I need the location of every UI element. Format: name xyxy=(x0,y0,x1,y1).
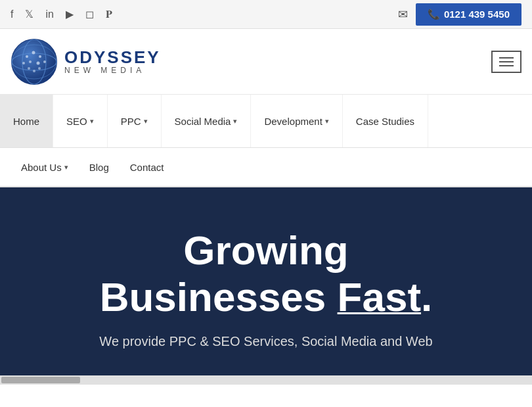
svg-point-13 xyxy=(38,67,41,70)
hero-businesses: Businesses xyxy=(100,274,338,320)
scroll-thumb[interactable] xyxy=(1,377,80,383)
nav-label-seo: SEO xyxy=(66,116,87,127)
svg-point-6 xyxy=(32,51,35,54)
top-bar: f 𝕏 in ▶ ◻ 𝐏 ✉ 📞 0121 439 5450 xyxy=(0,0,532,29)
hero-fast: Fast xyxy=(338,274,421,320)
sec-nav-label-blog: Blog xyxy=(89,162,109,173)
nav-label-case-studies: Case Studies xyxy=(356,116,414,127)
hero-section: Growing Businesses Fast. We provide PPC … xyxy=(0,187,532,375)
linkedin-icon[interactable]: in xyxy=(45,9,53,20)
main-navigation: Home SEO ▾ PPC ▾ Social Media ▾ Developm… xyxy=(0,95,532,148)
email-icon[interactable]: ✉ xyxy=(398,7,408,22)
hero-heading-line1: Growing xyxy=(183,227,348,273)
svg-point-11 xyxy=(43,60,46,63)
nav-label-development: Development xyxy=(264,116,322,127)
chevron-down-icon: ▾ xyxy=(233,117,237,126)
top-bar-right: ✉ 📞 0121 439 5450 xyxy=(398,3,521,26)
phone-number: 0121 439 5450 xyxy=(444,9,510,20)
hero-period: . xyxy=(421,274,432,320)
svg-point-7 xyxy=(39,55,41,58)
youtube-icon[interactable]: ▶ xyxy=(66,8,74,20)
chevron-down-icon: ▾ xyxy=(325,117,329,126)
logo-odyssey: ODYSSEY xyxy=(64,48,161,67)
sec-nav-label-about: About Us xyxy=(21,162,62,173)
hamburger-line-3 xyxy=(499,65,514,66)
chevron-down-icon: ▾ xyxy=(144,117,148,126)
logo-area[interactable]: ODYSSEY NEW MEDIA xyxy=(11,38,161,85)
phone-button[interactable]: 📞 0121 439 5450 xyxy=(416,3,521,26)
twitter-icon[interactable]: 𝕏 xyxy=(25,8,33,20)
sec-nav-item-contact[interactable]: Contact xyxy=(120,148,175,186)
svg-point-14 xyxy=(33,70,35,72)
nav-label-ppc: PPC xyxy=(121,116,141,127)
logo-globe xyxy=(11,38,58,85)
logo-subtitle: NEW MEDIA xyxy=(64,66,161,75)
svg-point-8 xyxy=(22,62,25,64)
svg-point-9 xyxy=(29,60,32,63)
logo-text: ODYSSEY NEW MEDIA xyxy=(64,48,161,76)
instagram-icon[interactable]: ◻ xyxy=(85,8,94,20)
hero-heading-line2: Businesses Fast. xyxy=(100,274,433,320)
sec-nav-label-contact: Contact xyxy=(130,162,164,173)
hero-heading: Growing Businesses Fast. xyxy=(100,227,433,321)
phone-icon: 📞 xyxy=(428,9,440,20)
facebook-icon[interactable]: f xyxy=(11,9,13,20)
hamburger-line-1 xyxy=(499,57,514,59)
pinterest-icon[interactable]: 𝐏 xyxy=(106,9,112,20)
nav-item-home[interactable]: Home xyxy=(0,95,53,147)
social-icons-group: f 𝕏 in ▶ ◻ 𝐏 xyxy=(11,8,112,20)
svg-point-5 xyxy=(26,55,28,58)
hero-subtext: We provide PPC & SEO Services, Social Me… xyxy=(99,334,432,349)
svg-point-12 xyxy=(28,67,30,70)
svg-point-10 xyxy=(37,61,40,64)
nav-label-home: Home xyxy=(13,116,39,127)
nav-item-case-studies[interactable]: Case Studies xyxy=(343,95,428,147)
nav-item-development[interactable]: Development ▾ xyxy=(251,95,342,147)
site-header: ODYSSEY NEW MEDIA xyxy=(0,29,532,95)
chevron-down-icon: ▾ xyxy=(64,163,68,172)
nav-label-social-media: Social Media xyxy=(175,116,231,127)
svg-point-1 xyxy=(12,39,56,84)
nav-item-seo[interactable]: SEO ▾ xyxy=(53,95,108,147)
sec-nav-item-about[interactable]: About Us ▾ xyxy=(11,148,79,186)
chevron-down-icon: ▾ xyxy=(90,117,94,126)
nav-item-social-media[interactable]: Social Media ▾ xyxy=(162,95,252,147)
nav-item-ppc[interactable]: PPC ▾ xyxy=(108,95,162,147)
sec-nav-item-blog[interactable]: Blog xyxy=(79,148,120,186)
secondary-navigation: About Us ▾ Blog Contact xyxy=(0,148,532,187)
hamburger-line-2 xyxy=(499,61,514,62)
hamburger-button[interactable] xyxy=(491,51,521,73)
horizontal-scrollbar[interactable] xyxy=(0,375,532,385)
